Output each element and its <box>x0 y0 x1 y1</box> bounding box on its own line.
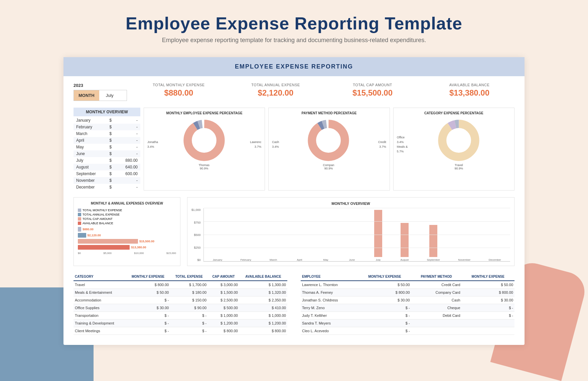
month-name: July <box>74 157 107 164</box>
table-header: AVAILABLE BALANCE <box>239 273 287 281</box>
month-selector: 2023 MONTH July <box>74 83 127 101</box>
monthly-bar-chart: MONTHLY OVERVIEW $1,000$750$500$250$0Jan… <box>187 197 514 266</box>
table-row: Lawrence L. Thornton$ 50.00Credit Card$ … <box>301 281 514 289</box>
hbar-legend: TOTAL MONTHLY EXPENSETOTAL ANNUAL EXPENS… <box>78 209 176 225</box>
table-cell: $ - <box>462 312 514 320</box>
month-amount: - <box>117 117 140 124</box>
table-cell: $ 30.00 <box>358 296 411 304</box>
table-cell: $ 2,350.00 <box>239 296 287 304</box>
table-cell: $ 800.00 <box>126 281 170 289</box>
stat-total-cap: TOTAL CAP AMOUNT $15,500.00 <box>327 83 418 98</box>
month-value: July <box>99 90 120 101</box>
table-cell: $ 1,000.00 <box>239 312 287 320</box>
table-header: EMPLOYEE <box>301 273 358 281</box>
hbar-row: $2,120.00 <box>78 233 176 238</box>
table-cell: Judy T. Kelliher <box>301 312 358 320</box>
stat-total-monthly-label: TOTAL MONTHLY EXPENSE <box>134 83 224 87</box>
chart-category-title: CATEGORY EXPENSE PERCENTAGE <box>397 111 511 115</box>
month-amount: - <box>117 184 140 190</box>
table-header: PAYMENT METHOD <box>411 273 462 281</box>
stats-row: 2023 MONTH July TOTAL MONTHLY EXPENSE $8… <box>63 83 525 101</box>
month-symbol: $ <box>107 124 117 130</box>
hbar-value: $15,500.00 <box>139 240 154 243</box>
bar-column: August <box>400 223 409 261</box>
table-row: Travel$ 800.00$ 1,700.00$ 3,000.00$ 1,30… <box>74 281 287 289</box>
month-box[interactable]: MONTH July <box>74 90 127 101</box>
table-row: Meals & Entertainment$ 50.00$ 180.00$ 1,… <box>74 289 287 296</box>
svg-point-7 <box>317 129 340 152</box>
page-header: Employee Expense Reporting Template Empl… <box>0 0 588 50</box>
stat-available-balance-value: $13,380.00 <box>424 88 514 98</box>
table-header: TOTAL EXPENSE <box>170 273 208 281</box>
bar-column: July <box>374 210 382 261</box>
hbar-title: MONTHLY & ANNUAL EXPENSES OVERVIEW <box>78 202 176 205</box>
chart-payment-method: PAYMENT METHOD PERCENTAGE Cash 3.4% Comp… <box>268 108 390 190</box>
table-header: CATEGORY <box>74 273 126 281</box>
table-cell: Office Supplies <box>74 304 126 312</box>
overview-title: MONTHLY OVERVIEW <box>74 108 140 116</box>
table-cell: $ 1,200.00 <box>239 320 287 327</box>
table-cell: $ - <box>170 312 208 320</box>
table-row: Terry M. Zeno$ -Cheque$ - <box>301 304 514 312</box>
hbar-bars: $880.00$2,120.00$15,500.00$13,380.00 <box>78 227 176 250</box>
month-name: May <box>74 144 107 150</box>
page-title: Employee Expense Reporting Template <box>0 13 588 33</box>
donut-payment-svg: Compan90.9% <box>307 119 350 170</box>
table-cell: $ 1,320.00 <box>239 289 287 296</box>
month-name: February <box>74 124 107 130</box>
table-row: Cleo L. Acevedo$ - <box>301 327 514 335</box>
donut-payment-legend-left: Cash 3.4% <box>272 140 279 148</box>
table-cell: $ - <box>170 320 208 327</box>
category-table-section: CATEGORYMONTHLY EXPENSETOTAL EXPENSECAP … <box>74 273 287 335</box>
hbar-fill <box>78 239 138 244</box>
table-cell: $ 180.00 <box>170 289 208 296</box>
table-cell: Cheque <box>411 304 462 312</box>
month-name: January <box>74 117 107 124</box>
table-cell: Cleo L. Acevedo <box>301 327 358 335</box>
table-cell: $ 2,500.00 <box>208 296 239 304</box>
table-row: Thomas A. Feeney$ 800.00Company Card$ 80… <box>301 289 514 296</box>
month-symbol: $ <box>107 157 117 164</box>
month-symbol: $ <box>107 130 117 137</box>
stat-total-cap-value: $15,500.00 <box>327 88 418 98</box>
table-cell: $ - <box>358 320 411 327</box>
employee-table-section: EMPLOYEEMONTHLY EXPENSEPAYMENT METHODMON… <box>301 273 514 335</box>
table-cell: Transportation <box>74 312 126 320</box>
month-symbol: $ <box>107 137 117 144</box>
month-name: April <box>74 137 107 144</box>
bar-fill <box>401 223 409 257</box>
hbar-x-axis: $0 $5,000 $10,000 $15,000 <box>78 252 176 255</box>
table-cell: $ 150.00 <box>170 296 208 304</box>
legend-dot <box>78 222 81 225</box>
table-cell: $ 50.00 <box>462 281 514 289</box>
table-cell: Meals & Entertainment <box>74 289 126 296</box>
month-amount: - <box>117 144 140 150</box>
horizontal-bar-chart: MONTHLY & ANNUAL EXPENSES OVERVIEW TOTAL… <box>74 197 180 266</box>
donut-category-legend-left: Office 3.4% Meals & 5.7% <box>397 136 408 153</box>
legend-dot <box>78 217 81 221</box>
stat-total-annual-label: TOTAL ANNUAL EXPENSE <box>231 83 321 87</box>
table-cell: $ - <box>358 312 411 320</box>
month-symbol: $ <box>107 117 117 124</box>
legend-item: TOTAL CAP AMOUNT <box>78 217 176 221</box>
table-cell: Lawrence L. Thornton <box>301 281 358 289</box>
table-cell: $ - <box>358 304 411 312</box>
table-cell <box>462 327 514 335</box>
bar-fill <box>429 225 437 257</box>
stat-total-monthly: TOTAL MONTHLY EXPENSE $880.00 <box>134 83 224 98</box>
monthly-bar-area: $1,000$750$500$250$0JanuaryFebruaryMarch… <box>191 208 510 262</box>
table-cell: $ - <box>462 304 514 312</box>
list-item: July$880.00 <box>74 157 140 164</box>
table-row: Training & Development$ -$ -$ 1,200.00$ … <box>74 320 287 327</box>
overview-table: January$-February$-March$-April$-May$-Ju… <box>74 117 140 190</box>
table-cell <box>411 327 462 335</box>
bottom-charts-row: MONTHLY & ANNUAL EXPENSES OVERVIEW TOTAL… <box>63 197 525 266</box>
month-amount: - <box>117 130 140 137</box>
table-header: MONTHLY EXPENSE <box>358 273 411 281</box>
table-cell: Sandra T. Meyers <box>301 320 358 327</box>
bar-fill <box>374 210 382 257</box>
hbar-value: $2,120.00 <box>88 234 101 237</box>
table-cell: Debit Card <box>411 312 462 320</box>
table-cell: $ - <box>170 327 208 335</box>
table-header: MONTHLY EXPENSE <box>126 273 170 281</box>
